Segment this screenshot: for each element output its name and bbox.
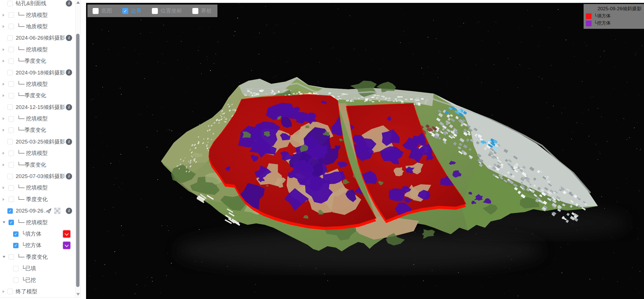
tree-item-label: └─ 挖填模型 [17,46,48,53]
color-swatch-dropdown[interactable] [63,242,70,249]
tree-item[interactable]: └─ 季度变化 [0,194,75,205]
tree-item-label: └已填 [21,265,36,272]
tree-item[interactable]: └─季度变化 [0,159,75,170]
scroll-down-icon[interactable] [76,293,80,296]
info-icon[interactable]: i [66,104,72,110]
expand-caret-icon[interactable] [3,94,5,97]
layer-checkbox[interactable] [13,266,19,271]
tree-item[interactable]: └─ 挖填模型 [0,78,75,90]
layer-checkbox[interactable] [9,12,14,18]
3d-viewport[interactable]: 底图✓边界位置坐标界桩 2025-09-26倾斜摄影 └填方体└挖方体 [86,3,644,299]
tree-item[interactable]: └─ 地质模型 [0,21,75,32]
tree-item[interactable]: ✓2025-09-26…i [0,205,75,217]
layer-checkbox[interactable] [9,81,14,87]
toolbar-option-位置坐标[interactable]: 位置坐标 [152,7,182,15]
layer-tree: 钻孔&剖面线i└─ 挖填模型└─ 地质模型2024-06-26倾斜摄影i└─ 挖… [0,0,75,297]
scrollbar-thumb[interactable] [76,34,80,287]
tree-item-label: 2024-09-18倾斜摄影 [16,69,65,76]
tree-item[interactable]: └已填 [0,263,75,274]
toolbar-checkbox[interactable] [152,8,158,14]
tree-item[interactable]: └─ 挖填模型 [0,9,75,21]
layer-checkbox[interactable] [9,197,14,202]
toolbar-checkbox[interactable] [93,8,99,14]
layer-checkbox[interactable] [7,174,13,179]
layer-checkbox[interactable]: ✓ [13,231,19,237]
tree-item[interactable]: 2024-09-18倾斜摄影i [0,67,75,78]
layer-checkbox[interactable] [7,1,13,6]
expand-caret-icon[interactable] [3,83,5,86]
expand-caret-icon[interactable] [3,60,5,62]
layer-checkbox[interactable] [9,185,14,191]
layer-checkbox[interactable]: ✓ [9,220,14,225]
tree-item[interactable]: └─ 挖填模型 [0,148,75,159]
layer-checkbox[interactable] [9,151,14,156]
layer-checkbox[interactable] [9,93,14,98]
scroll-up-icon[interactable] [76,1,80,4]
layer-checkbox[interactable] [7,139,13,144]
layer-checkbox[interactable] [13,277,19,283]
tree-item[interactable]: └─季度变化 [0,55,75,67]
3d-terrain-canvas[interactable] [86,3,644,299]
layer-checkbox[interactable] [9,24,14,29]
tree-item[interactable]: └─季度变化 [0,124,75,136]
expand-caret-icon[interactable] [3,129,5,132]
tree-item[interactable]: 终了模型 [0,286,75,297]
info-icon[interactable]: i [66,173,72,179]
layer-checkbox[interactable]: ✓ [7,208,13,214]
layer-checkbox[interactable] [9,116,14,122]
sidebar-scrollbar[interactable] [75,0,81,297]
expand-caret-icon[interactable] [3,221,5,223]
tree-item[interactable]: 2025-03-25倾斜摄影i [0,136,75,148]
expand-caret-icon[interactable] [3,290,5,293]
info-icon[interactable]: i [66,69,72,76]
tree-item[interactable]: ✓└─ 挖填模型 [0,217,75,228]
toolbar-option-底图[interactable]: 底图 [93,7,112,15]
color-swatch-dropdown[interactable] [63,230,70,238]
layer-checkbox[interactable] [9,162,14,167]
tree-item[interactable]: 钻孔&剖面线i [0,0,75,9]
expand-caret-icon[interactable] [3,14,5,17]
tree-item-label: └─季度变化 [17,161,46,169]
info-icon[interactable]: i [66,139,72,145]
tree-item[interactable]: 2025-07-03倾斜摄影i [0,171,75,182]
toolbar-option-界桩[interactable]: 界桩 [192,7,212,15]
legend-label: └挖方体 [594,20,611,26]
layer-checkbox[interactable] [9,128,14,133]
toolbar-option-边界[interactable]: ✓边界 [122,7,142,15]
tree-item[interactable]: └─ 挖填模型 [0,113,75,124]
tree-item[interactable]: └─ 挖填模型 [0,44,75,55]
tree-item[interactable]: └─季度变化 [0,90,75,101]
layer-checkbox[interactable] [9,254,14,260]
layer-checkbox[interactable] [9,47,14,52]
toolbar-checkbox[interactable]: ✓ [122,8,128,14]
fly-to-icon[interactable] [46,208,52,214]
expand-caret-icon[interactable] [3,117,5,120]
expand-caret-icon[interactable] [3,186,5,189]
expand-caret-icon[interactable] [3,198,5,201]
info-icon[interactable]: i [66,208,72,214]
tree-item[interactable]: ✓└挖方体 [0,240,75,251]
tree-item-label: └填方体 [21,230,41,238]
layer-checkbox[interactable]: ✓ [13,243,19,248]
expand-caret-icon[interactable] [3,48,5,51]
tree-item[interactable]: └─ 季度变化 [0,251,75,263]
tree-item[interactable]: 2024-12-15倾斜摄影i [0,102,75,113]
info-icon[interactable]: i [66,0,72,7]
tree-item[interactable]: └已挖 [0,274,75,286]
texture-grid-icon[interactable] [54,208,60,214]
expand-caret-icon[interactable] [3,25,5,28]
tree-item[interactable]: └─ 挖填模型 [0,182,75,193]
layer-checkbox[interactable] [7,35,13,41]
tree-item-label: 终了模型 [16,288,37,295]
tree-item[interactable]: ✓└填方体 [0,228,75,240]
expand-caret-icon[interactable] [3,163,5,166]
info-icon[interactable]: i [66,35,72,41]
expand-caret-icon[interactable] [3,152,5,155]
toolbar-checkbox[interactable] [192,8,198,14]
tree-item[interactable]: 2024-06-26倾斜摄影i [0,32,75,44]
expand-caret-icon[interactable] [3,256,5,258]
layer-checkbox[interactable] [7,289,13,294]
layer-checkbox[interactable] [9,58,14,64]
layer-checkbox[interactable] [7,104,13,110]
layer-checkbox[interactable] [7,70,13,75]
